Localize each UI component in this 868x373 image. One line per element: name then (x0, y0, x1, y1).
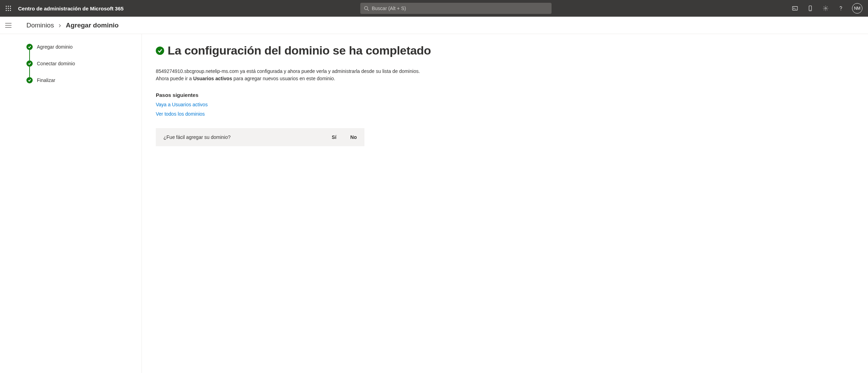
svg-point-4 (8, 8, 9, 9)
waffle-icon (6, 6, 11, 11)
feedback-question: ¿Fue fácil agregar su dominio? (163, 134, 231, 140)
feedback-panel: ¿Fue fácil agregar su dominio? Sí No (156, 128, 364, 146)
svg-point-6 (6, 10, 7, 11)
header-left: Centro de administración de Microsoft 36… (3, 3, 123, 14)
svg-point-2 (10, 6, 11, 7)
main-content: La configuración del dominio se ha compl… (142, 34, 868, 373)
check-icon (26, 60, 33, 67)
success-check-icon (156, 47, 164, 55)
feedback-no-button[interactable]: No (350, 134, 357, 140)
wizard-steps-pane: Agregar dominio Conectar dominio Finaliz… (17, 34, 142, 373)
shell-icon (792, 5, 798, 11)
step-label: Finalizar (37, 77, 55, 83)
step-label: Agregar dominio (37, 44, 73, 50)
account-avatar[interactable]: NM (852, 3, 862, 14)
settings-button[interactable] (819, 1, 833, 15)
page-title: La configuración del dominio se ha compl… (168, 44, 431, 57)
header-center (123, 3, 788, 14)
step-connect-domain: Conectar dominio (26, 60, 135, 67)
wizard-steps: Agregar dominio Conectar dominio Finaliz… (26, 44, 135, 83)
step-add-domain: Agregar dominio (26, 44, 135, 50)
chevron-right-icon (58, 22, 62, 29)
description: 8549274910.sbcgroup.netelip-ms.com ya es… (156, 68, 427, 82)
svg-point-8 (10, 10, 11, 11)
nav-toggle-button[interactable] (0, 23, 17, 28)
app-header: Centro de administración de Microsoft 36… (0, 0, 868, 17)
search-icon (364, 6, 369, 11)
svg-point-7 (8, 10, 9, 11)
svg-point-1 (8, 6, 9, 7)
check-icon (26, 77, 33, 83)
breadcrumb: Dominios Agregar dominio (17, 22, 119, 29)
help-button[interactable] (834, 1, 848, 15)
breadcrumb-root[interactable]: Dominios (26, 22, 54, 29)
step-label: Conectar dominio (37, 61, 75, 66)
step-connector (29, 67, 30, 77)
app-launcher-button[interactable] (3, 3, 14, 14)
help-icon (838, 5, 844, 11)
gear-icon (822, 5, 829, 11)
link-active-users[interactable]: Vaya a Usuarios activos (156, 100, 854, 109)
breadcrumb-current: Agregar dominio (66, 22, 119, 29)
search-box[interactable] (360, 3, 552, 14)
desc-line-1: 8549274910.sbcgroup.netelip-ms.com ya es… (156, 68, 427, 75)
svg-point-5 (10, 8, 11, 9)
svg-point-9 (364, 6, 368, 10)
svg-line-10 (367, 9, 369, 11)
app-title: Centro de administración de Microsoft 36… (18, 6, 123, 11)
hamburger-icon (5, 23, 11, 28)
page-body: Agregar dominio Conectar dominio Finaliz… (17, 34, 868, 373)
breadcrumb-row: Dominios Agregar dominio (0, 17, 868, 34)
link-all-domains[interactable]: Ver todos los dominios (156, 109, 854, 119)
feedback-yes-button[interactable]: Sí (332, 134, 336, 140)
mobile-button[interactable] (803, 1, 817, 15)
feedback-actions: Sí No (332, 134, 357, 140)
step-finalize: Finalizar (26, 77, 135, 83)
mobile-icon (807, 5, 813, 11)
check-icon (26, 44, 33, 50)
svg-point-15 (825, 8, 827, 9)
svg-point-16 (841, 10, 841, 10)
search-input[interactable] (372, 6, 548, 11)
svg-rect-11 (793, 7, 797, 10)
svg-point-3 (6, 8, 7, 9)
svg-point-0 (6, 6, 7, 7)
step-connector (29, 50, 30, 60)
next-steps-heading: Pasos siguientes (156, 92, 854, 98)
header-right: NM (788, 1, 865, 15)
desc-line-2: Ahora puede ir a Usuarios activos para a… (156, 75, 427, 82)
shell-button[interactable] (788, 1, 802, 15)
page-title-row: La configuración del dominio se ha compl… (156, 44, 854, 57)
